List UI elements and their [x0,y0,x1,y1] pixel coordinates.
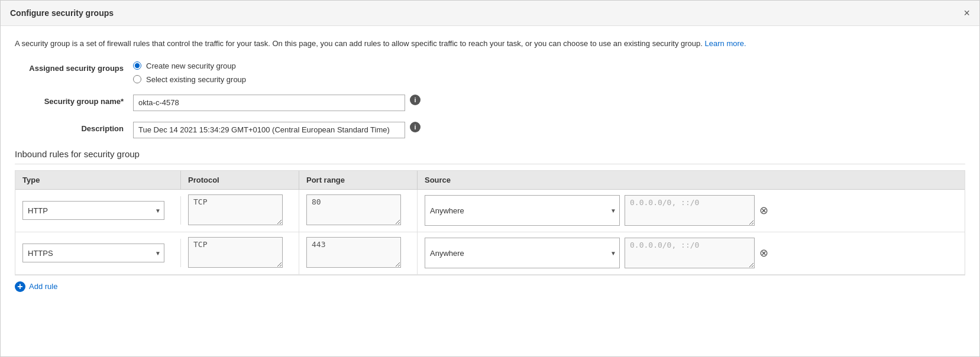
row2-port-input: 443 [306,237,401,268]
inbound-rules-section: Inbound rules for security group Type Pr… [15,149,965,298]
dialog-title: Configure security groups [10,8,114,18]
row1-type-cell: HTTP HTTPS Custom TCP ▼ [15,196,181,225]
row2-protocol-input: TCP [188,237,283,268]
row1-port-cell: 80 [299,190,418,232]
radio-select-existing-text: Select existing security group [146,75,246,84]
row2-source-cell: Anywhere Custom My IP ▼ 0.0.0.0/0, ::/0 … [418,233,965,273]
col-port-range: Port range [299,171,418,189]
add-rule-icon: + [15,281,25,292]
row2-type-wrapper: HTTP HTTPS Custom TCP ▼ [22,244,164,262]
radio-create-new[interactable] [133,61,141,70]
row1-protocol-cell: TCP [181,190,299,232]
security-group-name-label: Security group name* [15,95,133,106]
dialog-header: Configure security groups × [1,1,979,26]
row2-remove-button[interactable]: ⊗ [759,248,768,258]
row2-port-cell: 443 [299,232,418,274]
row2-protocol-cell: TCP [181,232,299,274]
security-group-name-info-icon: i [410,95,421,105]
row1-remove-button[interactable]: ⊗ [759,205,768,216]
security-group-name-row: Security group name* i [15,95,965,111]
row2-type-cell: HTTP HTTPS Custom TCP ▼ [15,239,181,267]
close-button[interactable]: × [963,8,970,18]
inbound-section-title: Inbound rules for security group [15,149,965,159]
col-type: Type [15,171,181,189]
description-label: Description [15,122,133,133]
row1-port-input: 80 [306,194,401,225]
assigned-security-groups-row: Assigned security groups Create new secu… [15,61,965,84]
intro-text-part1: A security group is a set of firewall ru… [15,39,270,48]
radio-select-existing-label[interactable]: Select existing security group [133,75,246,84]
row1-cidr-input: 0.0.0.0/0, ::/0 [625,195,755,226]
learn-more-link[interactable]: Learn more. [705,39,746,48]
description-row: Description i [15,122,965,138]
security-group-radio-group: Create new security group Select existin… [133,61,246,84]
add-rule-label: Add rule [29,282,57,291]
configure-security-groups-dialog: Configure security groups × A security g… [0,0,980,357]
assigned-label: Assigned security groups [15,61,133,73]
security-group-name-input[interactable] [133,95,405,111]
dialog-body: A security group is a set of firewall ru… [1,26,979,310]
row1-source-cell: Anywhere Custom My IP ▼ 0.0.0.0/0, ::/0 … [418,190,965,231]
col-protocol: Protocol [181,171,299,189]
row2-type-select[interactable]: HTTP HTTPS Custom TCP [22,244,164,262]
inbound-divider [15,164,965,164]
radio-select-existing[interactable] [133,75,141,83]
row1-type-select[interactable]: HTTP HTTPS Custom TCP [22,201,164,220]
description-info-icon: i [410,122,421,132]
row2-cidr-input: 0.0.0.0/0, ::/0 [625,238,755,268]
radio-create-new-label[interactable]: Create new security group [133,61,246,70]
row1-source-select[interactable]: Anywhere Custom My IP [425,195,620,226]
row1-type-wrapper: HTTP HTTPS Custom TCP ▼ [22,201,164,220]
table-row: HTTP HTTPS Custom TCP ▼ TCP 443 [15,232,965,275]
radio-create-new-text: Create new security group [146,61,236,70]
row2-source-wrapper: Anywhere Custom My IP ▼ [425,238,620,268]
add-rule-button[interactable]: + Add rule [15,275,57,298]
row1-source-wrapper: Anywhere Custom My IP ▼ [425,195,620,226]
row1-protocol-input: TCP [188,194,283,225]
description-input[interactable] [133,122,405,138]
col-source: Source [418,171,965,189]
intro-paragraph: A security group is a set of firewall ru… [15,38,965,50]
inbound-rules-table: Type Protocol Port range Source HTTP HTT… [15,170,965,275]
table-header: Type Protocol Port range Source [15,171,965,190]
intro-text-part2: On this page, you can add rules to allow… [272,39,704,48]
row2-source-select[interactable]: Anywhere Custom My IP [425,238,620,268]
table-row: HTTP HTTPS Custom TCP ▼ TCP 80 [15,190,965,232]
